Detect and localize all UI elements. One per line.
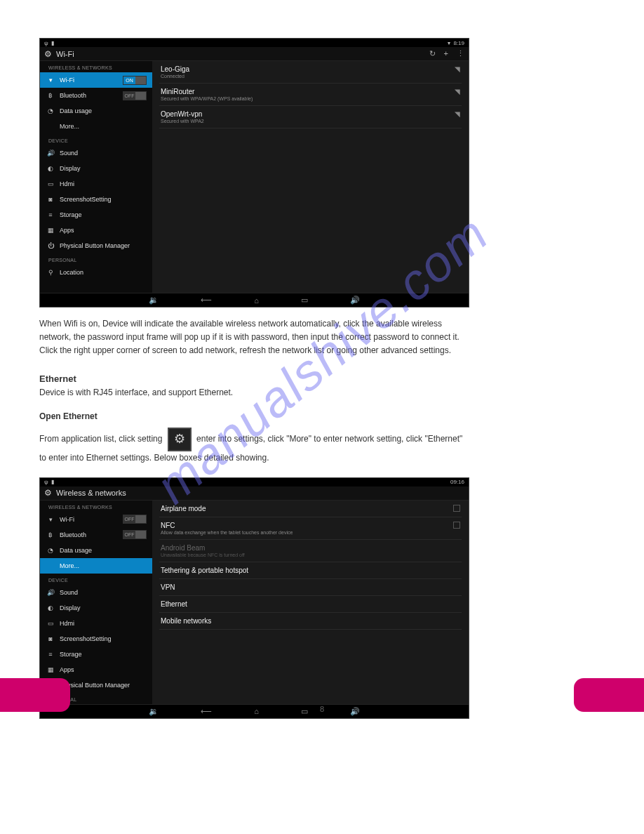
page-number: 8	[320, 705, 324, 713]
sidebar-item-label: Sound	[60, 150, 78, 157]
sidebar-item-label: ScreenshotSetting	[60, 635, 112, 642]
network-item[interactable]: Leo-GigaConnected ◥	[159, 61, 462, 84]
volume-down-icon[interactable]: 🔉	[149, 296, 159, 305]
option-label: Ethernet	[161, 600, 460, 608]
sidebar-item-storage[interactable]: ≡Storage	[40, 647, 152, 662]
sidebar-item-label: Apps	[60, 666, 74, 673]
checkbox[interactable]	[453, 522, 460, 529]
option-label: Mobile networks	[161, 617, 460, 625]
sidebar-item-more[interactable]: More...	[40, 558, 152, 574]
sidebar-item-location[interactable]: ⚲Location	[40, 265, 152, 280]
recent-apps-icon[interactable]: ▭	[301, 707, 308, 716]
sidebar-item-more[interactable]: More...	[40, 119, 152, 134]
option-airplane-mode[interactable]: Airplane mode	[159, 501, 462, 517]
volume-down-icon[interactable]: 🔉	[149, 707, 159, 716]
volume-up-icon[interactable]: 🔊	[350, 296, 360, 305]
option-label: Tethering & portable hotspot	[161, 567, 460, 574]
bluetooth-switch[interactable]: OFF	[123, 530, 147, 539]
network-item[interactable]: OpenWrt-vpnSecured with WPA2 ◥	[159, 106, 462, 128]
data-usage-icon: ◔	[47, 107, 54, 114]
sidebar-item-storage[interactable]: ≡Storage	[40, 207, 152, 223]
sidebar-item-display[interactable]: ◐Display	[40, 161, 152, 176]
sidebar-item-screenshot[interactable]: ◙ScreenshotSetting	[40, 631, 152, 647]
storage-icon: ≡	[47, 211, 54, 218]
option-mobile-networks[interactable]: Mobile networks	[159, 613, 462, 630]
sidebar-item-label: Sound	[60, 589, 78, 596]
home-icon[interactable]: ⌂	[254, 707, 259, 715]
network-name: Leo-Giga	[161, 65, 449, 73]
bluetooth-switch[interactable]: OFF	[123, 91, 147, 100]
camera-icon: ◙	[47, 196, 54, 203]
sidebar-item-physical-button[interactable]: ⏻Physical Button Manager	[40, 238, 152, 253]
wifi-icon: ▾	[47, 77, 54, 84]
doc-paragraph: Device is with RJ45 interface, and suppo…	[39, 386, 469, 399]
option-tethering[interactable]: Tethering & portable hotspot	[159, 562, 462, 579]
wifi-switch[interactable]: OFF	[123, 515, 147, 524]
sidebar-item-screenshot[interactable]: ◙ScreenshotSetting	[40, 192, 152, 207]
section-header: WIRELESS & NETWORKS	[40, 501, 152, 512]
checkbox[interactable]	[453, 505, 460, 512]
bluetooth-icon: ฿	[47, 531, 54, 538]
sidebar-item-label: Display	[60, 165, 81, 172]
sidebar-item-apps[interactable]: ▦Apps	[40, 223, 152, 238]
sidebar-item-display[interactable]: ◐Display	[40, 600, 152, 616]
option-label: NFC	[161, 522, 453, 529]
sidebar-item-data-usage[interactable]: ◔Data usage	[40, 543, 152, 558]
sidebar-item-wifi[interactable]: ▾ Wi-Fi ON	[40, 72, 152, 88]
prev-page-button[interactable]	[0, 678, 70, 712]
status-bar: ψ ▮ ▾ 8:19	[40, 39, 469, 47]
section-header: WIRELESS & NETWORKS	[40, 61, 152, 72]
sidebar-item-label: Location	[60, 269, 83, 276]
sound-icon: 🔊	[47, 589, 54, 596]
sidebar-item-label: Bluetooth	[60, 92, 86, 99]
sidebar-item-label: Storage	[60, 211, 82, 218]
overflow-menu-icon[interactable]: ⋮	[457, 49, 464, 58]
doc-text-fragment: From application list, click setting	[39, 434, 165, 444]
network-name: OpenWrt-vpn	[161, 110, 449, 118]
sidebar-item-label: Wi-Fi	[60, 77, 74, 84]
sidebar-item-bluetooth[interactable]: ฿ Bluetooth OFF	[40, 88, 152, 103]
sidebar-item-label: More...	[60, 562, 79, 569]
sidebar-item-wifi[interactable]: ▾ Wi-Fi OFF	[40, 512, 152, 527]
sidebar-item-hdmi[interactable]: ▭Hdmi	[40, 616, 152, 631]
add-network-icon[interactable]: +	[444, 49, 448, 58]
sidebar-item-sound[interactable]: 🔊Sound	[40, 145, 152, 161]
sidebar-item-sound[interactable]: 🔊Sound	[40, 585, 152, 600]
apps-icon: ▦	[47, 666, 54, 673]
display-icon: ◐	[47, 604, 54, 611]
title-bar: ⚙ Wi-Fi ↻ + ⋮	[40, 47, 469, 61]
volume-up-icon[interactable]: 🔊	[350, 707, 360, 716]
hdmi-icon: ▭	[47, 620, 54, 627]
option-sub: Unavailable because NFC is turned off	[161, 552, 460, 557]
camera-icon: ◙	[47, 635, 54, 642]
sidebar-item-label: Display	[60, 604, 81, 611]
display-icon: ◐	[47, 165, 54, 172]
sidebar-item-data-usage[interactable]: ◔ Data usage	[40, 103, 152, 119]
sidebar-item-label: Hdmi	[60, 620, 74, 627]
bluetooth-icon: ฿	[47, 92, 54, 99]
more-settings-list: Airplane mode NFCAllow data exchange whe…	[152, 501, 469, 704]
battery-icon: ▮	[51, 479, 54, 485]
wifi-strength-lock-icon: ◥	[449, 110, 460, 118]
sidebar-item-apps[interactable]: ▦Apps	[40, 662, 152, 677]
refresh-icon[interactable]: ↻	[429, 49, 436, 58]
nav-bar: 🔉 ⟵ ⌂ ▭ 🔊	[40, 293, 469, 307]
option-nfc[interactable]: NFCAllow data exchange when the tablet t…	[159, 517, 462, 540]
home-icon[interactable]: ⌂	[254, 296, 259, 305]
back-icon[interactable]: ⟵	[201, 707, 212, 716]
wireless-networks-screenshot: ψ ▮ 09:16 ⚙ Wireless & networks WIRELESS…	[39, 477, 469, 719]
next-page-button[interactable]	[574, 678, 644, 712]
page-title: Wi-Fi	[56, 50, 425, 58]
network-item[interactable]: MiniRouterSecured with WPA/WPA2 (WPS ava…	[159, 84, 462, 106]
back-icon[interactable]: ⟵	[201, 296, 212, 305]
sidebar-item-bluetooth[interactable]: ฿ Bluetooth OFF	[40, 527, 152, 543]
option-vpn[interactable]: VPN	[159, 579, 462, 596]
apps-icon: ▦	[47, 227, 54, 234]
recent-apps-icon[interactable]: ▭	[301, 296, 308, 305]
sidebar-item-label: Hdmi	[60, 180, 74, 187]
network-status: Connected	[161, 73, 449, 79]
option-ethernet[interactable]: Ethernet	[159, 596, 462, 613]
wifi-switch[interactable]: ON	[123, 76, 147, 85]
location-icon: ⚲	[47, 269, 54, 276]
sidebar-item-hdmi[interactable]: ▭Hdmi	[40, 176, 152, 192]
